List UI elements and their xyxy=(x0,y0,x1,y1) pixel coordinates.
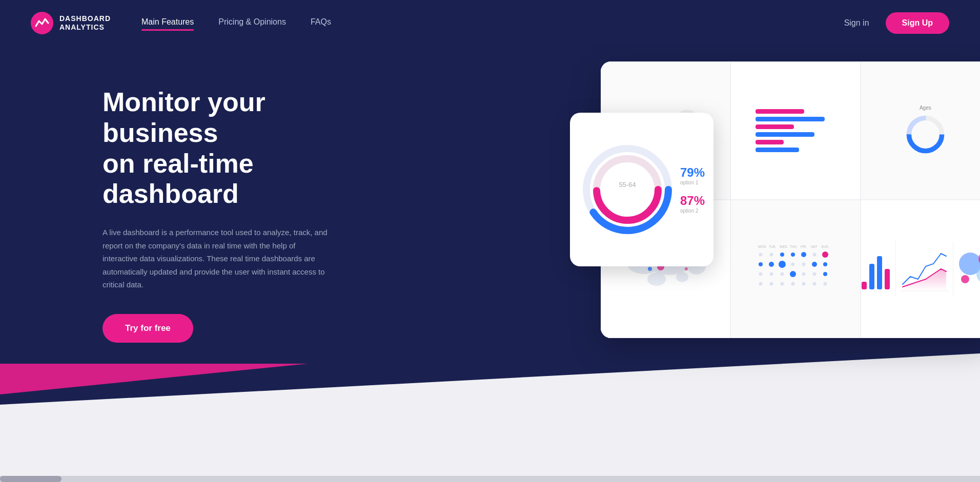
svg-point-21 xyxy=(676,272,688,282)
svg-text:SUN: SUN xyxy=(821,245,828,248)
svg-text:THU: THU xyxy=(790,245,797,248)
svg-point-38 xyxy=(801,252,806,257)
svg-point-46 xyxy=(812,262,817,267)
logo-icon xyxy=(31,12,53,34)
donut-opt2: option 2 xyxy=(680,208,705,214)
hero-section: Monitor your business on real-time dashb… xyxy=(0,46,980,405)
svg-text:MON: MON xyxy=(758,245,766,248)
cell-cal: MON TUE WED THU FRI SAT SUN xyxy=(730,200,860,338)
svg-rect-12 xyxy=(756,140,784,144)
bottom-section xyxy=(0,405,980,482)
svg-rect-64 xyxy=(869,264,874,289)
svg-text:55-64: 55-64 xyxy=(619,181,636,188)
svg-point-23 xyxy=(648,267,652,271)
svg-point-45 xyxy=(802,262,806,266)
donut-pct2: 87% xyxy=(680,194,705,208)
hero-content: Monitor your business on real-time dashb… xyxy=(0,46,359,373)
svg-point-61 xyxy=(824,282,827,285)
svg-point-51 xyxy=(790,271,796,277)
svg-text:SAT: SAT xyxy=(811,245,817,248)
nav-main-features[interactable]: Main Features xyxy=(141,17,194,29)
svg-point-54 xyxy=(823,272,827,276)
svg-rect-11 xyxy=(756,132,814,137)
svg-point-39 xyxy=(813,253,816,256)
try-free-button[interactable]: Try for free xyxy=(103,314,193,343)
cell-bottom-charts xyxy=(861,200,980,338)
svg-point-47 xyxy=(823,262,827,266)
brand-name: DASHBOARD ANALYTICS xyxy=(59,14,111,32)
cell-ages: Ages xyxy=(861,61,980,200)
svg-point-48 xyxy=(759,272,763,276)
scrollbar[interactable] xyxy=(0,476,980,482)
svg-point-50 xyxy=(781,272,784,276)
svg-point-60 xyxy=(813,282,816,285)
svg-point-41 xyxy=(759,262,763,266)
svg-point-34 xyxy=(759,253,763,256)
svg-text:TUE: TUE xyxy=(769,245,776,248)
dashboard-mockup: 34% option 1 20% Ages xyxy=(570,61,980,359)
nav-faqs[interactable]: FAQs xyxy=(311,17,331,29)
sign-in-link[interactable]: Sign in xyxy=(844,18,869,28)
svg-point-56 xyxy=(770,282,773,285)
svg-rect-9 xyxy=(756,117,825,121)
svg-rect-10 xyxy=(756,124,794,129)
scrollbar-thumb[interactable] xyxy=(0,476,62,482)
donut-opt1: option 1 xyxy=(680,180,705,185)
svg-point-58 xyxy=(791,282,795,285)
svg-point-72 xyxy=(961,275,969,283)
svg-rect-65 xyxy=(877,256,882,289)
svg-point-52 xyxy=(802,272,806,276)
nav-links: Main Features Pricing & Opinions FAQs xyxy=(141,17,844,29)
svg-text:WED: WED xyxy=(780,245,787,248)
svg-point-59 xyxy=(802,282,806,285)
svg-point-40 xyxy=(822,252,828,258)
dashboard-float-card: 55-64 79% option 1 87% option 2 xyxy=(570,113,713,266)
nav-right: Sign in Sign Up xyxy=(844,12,949,34)
hero-description: A live dashboard is a performance tool u… xyxy=(103,226,328,291)
svg-point-35 xyxy=(770,253,773,256)
svg-point-55 xyxy=(759,282,763,285)
svg-point-37 xyxy=(791,253,795,257)
svg-point-42 xyxy=(769,262,774,267)
svg-point-43 xyxy=(779,261,786,268)
svg-rect-63 xyxy=(862,282,867,289)
donut-pct1: 79% xyxy=(680,165,705,180)
large-donut-chart: 55-64 xyxy=(579,141,676,238)
svg-point-53 xyxy=(813,272,816,276)
svg-text:FRI: FRI xyxy=(801,245,806,248)
svg-rect-13 xyxy=(756,148,799,152)
svg-point-25 xyxy=(685,267,688,270)
svg-point-44 xyxy=(791,262,795,266)
logo-link[interactable]: DASHBOARD ANALYTICS xyxy=(31,12,111,34)
svg-point-20 xyxy=(647,273,666,286)
navbar: DASHBOARD ANALYTICS Main Features Pricin… xyxy=(0,0,980,46)
sign-up-button[interactable]: Sign Up xyxy=(886,12,949,34)
cell-hbars xyxy=(730,61,860,200)
svg-point-49 xyxy=(770,272,773,276)
svg-point-57 xyxy=(781,282,784,285)
hero-title: Monitor your business on real-time dashb… xyxy=(103,87,328,209)
svg-point-36 xyxy=(780,253,784,257)
svg-rect-66 xyxy=(885,269,890,289)
nav-pricing-opinions[interactable]: Pricing & Opinions xyxy=(218,17,286,29)
svg-rect-8 xyxy=(756,109,804,114)
